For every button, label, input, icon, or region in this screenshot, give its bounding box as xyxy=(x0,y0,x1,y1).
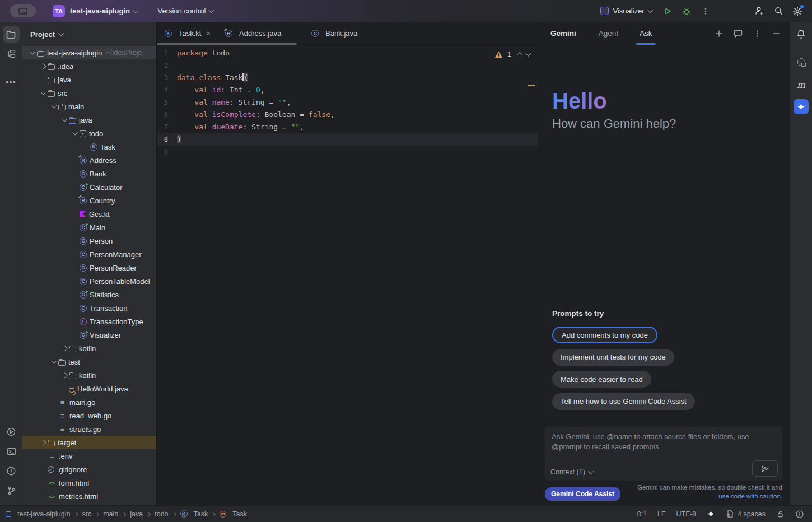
tree-item-transactiontype[interactable]: ETransactionType xyxy=(22,315,156,328)
tree-chevron-icon[interactable] xyxy=(60,119,69,121)
tab-agent[interactable]: Agent xyxy=(599,22,618,45)
code-line-8[interactable]: 8) xyxy=(157,133,538,146)
breadcrumb-task-5[interactable]: KTask xyxy=(180,510,208,518)
ai-assistant-tool-button[interactable] xyxy=(793,54,810,71)
tree-item-metrics-html[interactable]: <>metrics.html xyxy=(22,490,156,503)
run-configuration-selector[interactable]: Visualizer xyxy=(600,7,652,15)
version-control-menu[interactable]: Version control xyxy=(157,7,213,15)
tab-ask[interactable]: Ask xyxy=(640,22,652,45)
indent-setting[interactable]: 4 spaces xyxy=(726,510,766,518)
prompt-chip-implement-unit-tests-for-my-code[interactable]: Implement unit tests for my code xyxy=(552,349,674,366)
prompt-chip-add-comments-to-my-code[interactable]: Add comments to my code xyxy=(552,327,657,343)
notifications-status-button[interactable] xyxy=(795,510,804,519)
send-button[interactable] xyxy=(752,460,778,477)
tab-scrollbar[interactable] xyxy=(157,43,297,45)
tree-item-statistics[interactable]: CStatistics xyxy=(22,288,156,301)
tree-item-test[interactable]: test xyxy=(22,355,156,369)
editor-tab-address-java[interactable]: RAddress.java xyxy=(217,22,288,45)
project-tool-button[interactable] xyxy=(3,26,20,43)
warning-stripe-mark[interactable] xyxy=(528,85,535,86)
more-tools-button[interactable]: ••• xyxy=(3,73,20,90)
file-encoding[interactable]: UTF-8 xyxy=(676,510,696,518)
tree-item-main[interactable]: CMain xyxy=(22,221,156,234)
code-line-7[interactable]: 7 val dueDate: String = "", xyxy=(157,121,538,133)
tree-item-read-web-go[interactable]: ≡read_web.go xyxy=(22,409,156,422)
code-with-me-button[interactable] xyxy=(752,3,767,19)
tree-item-kotlin[interactable]: kotlin xyxy=(22,342,156,355)
tree-item-todo[interactable]: todo xyxy=(22,127,156,140)
gemini-more-button[interactable] xyxy=(749,26,765,41)
notifications-button[interactable] xyxy=(793,26,810,43)
tree-item-personmanager[interactable]: CPersonManager xyxy=(22,248,156,261)
services-tool-button[interactable] xyxy=(3,423,20,440)
close-tab-icon[interactable]: × xyxy=(206,29,211,38)
code-line-3[interactable]: 3data class Task( xyxy=(157,72,538,84)
tree-item-java[interactable]: java xyxy=(22,73,156,86)
tree-item-src[interactable]: src xyxy=(22,86,156,100)
caution-link[interactable]: use code with caution. xyxy=(718,493,782,500)
tree-item-target[interactable]: target xyxy=(22,436,156,449)
tree-item-test-java-aiplugin[interactable]: test-java-aiplugin~/IdeaProje xyxy=(22,46,156,59)
gemini-input[interactable] xyxy=(545,427,782,462)
code-line-2[interactable]: 2 xyxy=(157,59,538,72)
tree-item-structs-go[interactable]: ≡structs.go xyxy=(22,422,156,436)
tree-item-persontablemodel[interactable]: CPersonTableModel xyxy=(22,274,156,288)
tree-chevron-icon[interactable] xyxy=(39,92,48,94)
tree-chevron-icon[interactable] xyxy=(49,361,58,363)
tree-item-task[interactable]: KTask xyxy=(22,140,156,153)
code-line-1[interactable]: 1package todo xyxy=(157,47,538,59)
structure-tool-button[interactable] xyxy=(3,45,20,62)
caret-position[interactable]: 8:1 xyxy=(637,510,647,518)
tree-chevron-icon[interactable] xyxy=(39,441,48,445)
breadcrumb-main-2[interactable]: main xyxy=(103,510,118,518)
project-selector[interactable]: test-java-aiplugin xyxy=(70,7,137,15)
tree-item-main-go[interactable]: ≡main.go xyxy=(22,395,156,409)
tree-item-form-html[interactable]: <>form.html xyxy=(22,476,156,490)
tree-item-calculator[interactable]: CCalculator xyxy=(22,180,156,194)
tree-item-transaction[interactable]: CTransaction xyxy=(22,301,156,315)
tree-item-country[interactable]: RCountry xyxy=(22,194,156,207)
code-line-6[interactable]: 6 val isComplete: Boolean = false, xyxy=(157,109,538,121)
run-button[interactable] xyxy=(660,3,675,19)
maven-tool-button[interactable]: m xyxy=(790,80,812,90)
project-panel-header[interactable]: Project xyxy=(22,22,156,46)
new-chat-button[interactable] xyxy=(711,26,727,41)
gemini-tool-button[interactable] xyxy=(794,99,809,114)
tree-item-helloworld-java[interactable]: HelloWorld.java xyxy=(22,382,156,395)
search-everywhere-button[interactable] xyxy=(771,3,786,19)
breadcrumb-task-6[interactable]: mTask xyxy=(220,510,247,518)
tree-item-gcs-kt[interactable]: Gcs.kt xyxy=(22,207,156,221)
tree-chevron-icon[interactable] xyxy=(49,105,58,108)
editor-tab-bank-java[interactable]: CBank.java xyxy=(304,22,364,45)
hide-panel-button[interactable] xyxy=(768,26,784,41)
git-tool-button[interactable] xyxy=(3,482,20,499)
problems-tool-button[interactable] xyxy=(3,463,20,479)
tree-item-gitignore[interactable]: .gitignore xyxy=(22,463,156,476)
editor[interactable]: KTask.kt×RAddress.javaCBank.java 1 1pack… xyxy=(157,22,538,505)
tree-item-personreader[interactable]: CPersonReader xyxy=(22,261,156,274)
code-editor[interactable]: 1package todo23data class Task(4 val id:… xyxy=(157,47,538,158)
more-actions-button[interactable] xyxy=(698,3,713,19)
breadcrumb-test-java-aiplugin[interactable]: test-java-aiplugin xyxy=(6,510,71,518)
tree-item-java[interactable]: java xyxy=(22,113,156,127)
settings-button[interactable] xyxy=(790,3,805,19)
code-line-9[interactable]: 9 xyxy=(157,146,538,158)
tree-chevron-icon[interactable] xyxy=(39,64,48,68)
prompt-chip-make-code-easier-to-read[interactable]: Make code easier to read xyxy=(552,371,651,388)
terminal-tool-button[interactable] xyxy=(3,443,20,460)
debug-button[interactable] xyxy=(679,3,694,19)
tree-item-visualizer[interactable]: CVisualizer xyxy=(22,328,156,342)
context-selector[interactable]: Context (1) xyxy=(550,468,592,476)
breadcrumb-src-1[interactable]: src xyxy=(82,510,92,518)
code-line-4[interactable]: 4 val id: Int = 0, xyxy=(157,84,538,96)
tree-item-person[interactable]: CPerson xyxy=(22,234,156,248)
tree-chevron-icon[interactable] xyxy=(28,52,37,54)
editor-tab-task-kt[interactable]: KTask.kt× xyxy=(157,22,217,45)
file-lock-toggle[interactable] xyxy=(776,510,785,518)
breadcrumb-java-3[interactable]: java xyxy=(130,510,143,518)
tree-chevron-icon[interactable] xyxy=(60,347,69,351)
tree-item-address[interactable]: RAddress xyxy=(22,153,156,167)
tree-chevron-icon[interactable] xyxy=(71,132,80,134)
breadcrumb-todo-4[interactable]: todo xyxy=(155,510,168,518)
tree-item-main[interactable]: main xyxy=(22,100,156,113)
